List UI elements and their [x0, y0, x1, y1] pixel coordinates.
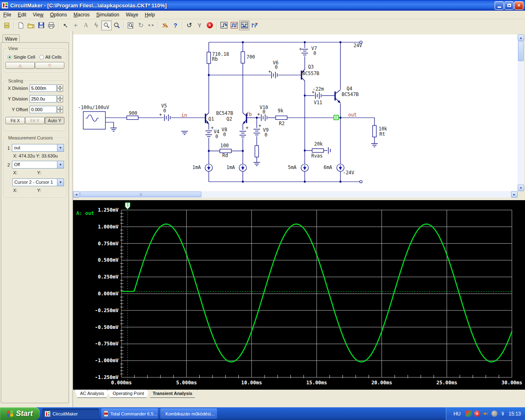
- text-tool-button[interactable]: A: [81, 21, 91, 30]
- window-title: CircuitMaker - [C:\Program Files\...\ala…: [10, 2, 494, 9]
- new-file-button[interactable]: [16, 21, 26, 30]
- schematic-label: 5mA: [288, 164, 297, 170]
- taskbar-task-browser[interactable]: Kombikazán működési...: [160, 409, 217, 419]
- cell-up-button[interactable]: △: [5, 62, 35, 69]
- tab-transient-analysis[interactable]: Transient Analysis: [147, 390, 198, 398]
- view-group-title: View: [7, 46, 19, 51]
- menu-help[interactable]: Help: [142, 11, 158, 18]
- schematic-label: Rt: [379, 131, 385, 137]
- open-file-button[interactable]: [26, 21, 36, 30]
- measurement-cursors-groupbox: Measurement Cursors 1 out ▼ X: 474.32u Y…: [4, 138, 66, 197]
- volume-icon[interactable]: [483, 411, 489, 417]
- menu-wave[interactable]: Wave: [123, 11, 142, 18]
- schematic-label: Rvas: [311, 153, 323, 159]
- scroll-up-button[interactable]: ▲: [518, 34, 524, 41]
- analysis-tabs: AC Analysis Operating Point Transient An…: [73, 390, 525, 399]
- scroll-left-button[interactable]: ◄: [73, 191, 80, 198]
- hscroll-thumb[interactable]: [80, 192, 201, 197]
- y-division-spinner[interactable]: ▲▼: [57, 95, 63, 103]
- probe-tool-button[interactable]: [101, 21, 112, 30]
- waveform-plot[interactable]: 1.250mV1.000mV0.750mV0.500mV0.250mV0.000…: [73, 200, 525, 390]
- menu-macros[interactable]: Macros: [70, 11, 93, 18]
- cell-down-button[interactable]: ▽: [35, 62, 64, 69]
- scope-probe-button[interactable]: [219, 21, 229, 30]
- schematic-label: out: [348, 112, 357, 118]
- horizontal-scrollbar[interactable]: ◄ ►: [73, 191, 518, 198]
- tab-operating-point[interactable]: Operating Point: [107, 390, 149, 398]
- menu-options[interactable]: Options: [47, 11, 70, 18]
- select-tool-button[interactable]: ↖: [60, 21, 71, 30]
- app-icon: [2, 2, 8, 9]
- title-bar: CircuitMaker - [C:\Program Files\...\ala…: [0, 0, 525, 11]
- y-offset-input[interactable]: [30, 106, 57, 113]
- x-division-input[interactable]: [30, 84, 57, 92]
- language-indicator[interactable]: HU: [451, 411, 463, 417]
- analog-scope-button[interactable]: [239, 21, 249, 30]
- zoom-page-icon: [128, 22, 134, 29]
- chevron-down-icon[interactable]: ▼: [57, 144, 64, 152]
- y-axis-tick-label: 0.500mV: [98, 257, 119, 263]
- menu-view[interactable]: View: [30, 11, 47, 18]
- vscroll-thumb[interactable]: [518, 41, 524, 61]
- vertical-scrollbar[interactable]: ▲ ▼: [518, 34, 524, 191]
- schematic-label: Rb: [212, 56, 218, 62]
- single-cell-radio[interactable]: [7, 55, 12, 59]
- help-button[interactable]: ?: [170, 21, 180, 30]
- digital-scope-button[interactable]: [229, 21, 239, 30]
- print-button[interactable]: [46, 21, 57, 30]
- x-axis-tick-label: 5.000ms: [176, 380, 197, 386]
- chevron-down-icon[interactable]: ▼: [57, 178, 64, 186]
- text-icon: A: [84, 22, 88, 28]
- schematic-label: +: [257, 112, 260, 117]
- fit-x-button[interactable]: Fit X: [5, 117, 25, 124]
- schematic-label: +: [299, 46, 302, 52]
- reset-button[interactable]: ↺: [184, 21, 194, 30]
- digital-analog-button[interactable]: [160, 21, 170, 30]
- wrench-button[interactable]: Y: [194, 21, 205, 30]
- schematic-label: +: [246, 125, 249, 131]
- device-icon[interactable]: [491, 411, 498, 417]
- scroll-down-button[interactable]: ▼: [518, 185, 524, 191]
- menu-file[interactable]: File: [0, 11, 14, 18]
- restore-button[interactable]: [504, 1, 514, 10]
- fit-y-button[interactable]: Fit Y: [25, 117, 45, 124]
- x-axis-tick-label: 15.00ms: [306, 380, 327, 386]
- pulse-scope-button[interactable]: [249, 21, 260, 30]
- parts-browser-button[interactable]: [2, 21, 12, 30]
- menu-simulation[interactable]: Simulation: [93, 11, 123, 18]
- y-offset-spinner[interactable]: ▲▼: [57, 106, 63, 113]
- tablet-pen-icon[interactable]: [466, 411, 472, 417]
- cursor1-select[interactable]: out ▼: [12, 144, 64, 152]
- pulse-scope-icon: [251, 22, 258, 29]
- firefox-icon: [163, 411, 163, 417]
- security-shield-icon[interactable]: ×: [474, 411, 480, 417]
- y-division-input[interactable]: [30, 95, 57, 103]
- rotate-button[interactable]: ↻: [136, 21, 146, 30]
- x-division-spinner[interactable]: ▲▼: [57, 84, 63, 92]
- tab-wave[interactable]: Wave: [2, 34, 20, 43]
- taskbar-task-total-commander[interactable]: Total Commander 6.5...: [101, 409, 158, 419]
- resistor-R900: [127, 116, 138, 120]
- cursor-diff-select[interactable]: Cursor 2 - Cursor 1 ▼: [12, 178, 64, 186]
- auto-y-button[interactable]: Auto Y: [45, 117, 64, 124]
- chevron-down-icon[interactable]: ▼: [57, 161, 64, 169]
- cursor2-select[interactable]: Off ▼: [12, 161, 64, 169]
- mirror-icon: ◄►: [147, 23, 155, 27]
- all-cells-radio[interactable]: [39, 55, 44, 59]
- bluetooth-icon[interactable]: ᛒ: [500, 411, 506, 417]
- taskbar-task-circuitmaker[interactable]: CircuitMaker: [42, 409, 99, 419]
- minimize-button[interactable]: [495, 1, 504, 10]
- scroll-right-button[interactable]: ►: [511, 191, 518, 198]
- save-file-button[interactable]: [36, 21, 46, 30]
- zoom-window-button[interactable]: [126, 21, 136, 30]
- schematic-canvas[interactable]: A710.18Rb700V60+V70+24VQ3BC557B-22mV11+Q…: [73, 34, 518, 191]
- menu-edit[interactable]: Edit: [14, 11, 30, 18]
- wire-tool-button[interactable]: +: [71, 21, 81, 30]
- zoom-tool-button[interactable]: [112, 21, 122, 30]
- tab-ac-analysis[interactable]: AC Analysis: [75, 390, 110, 398]
- delete-tool-button[interactable]: ϟ: [91, 21, 101, 30]
- start-button[interactable]: Start: [0, 407, 40, 420]
- stop-simulation-button[interactable]: ×: [205, 21, 215, 30]
- close-button[interactable]: ×: [514, 1, 523, 10]
- mirror-button[interactable]: ◄►: [146, 21, 156, 30]
